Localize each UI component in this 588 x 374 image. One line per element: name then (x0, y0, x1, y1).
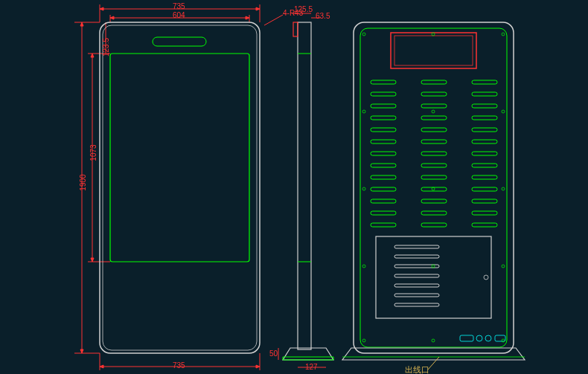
dim-screen-height: 1073 (89, 144, 98, 161)
svg-rect-52 (421, 187, 447, 191)
svg-rect-56 (472, 199, 497, 203)
svg-point-77 (432, 187, 435, 190)
svg-rect-20 (460, 335, 473, 341)
dim-front-inner-width: 604 (173, 11, 185, 19)
svg-point-21 (476, 335, 482, 341)
svg-rect-33 (371, 116, 396, 120)
cable-outlet-label: 出线口 (405, 364, 429, 374)
svg-rect-31 (421, 104, 447, 108)
dim-side-thickness: 125.5 (294, 5, 313, 13)
svg-rect-37 (421, 128, 447, 132)
svg-rect-41 (472, 140, 497, 144)
dim-front-bottom-width: 735 (173, 361, 185, 370)
rear-panel-lock (484, 275, 488, 280)
svg-point-73 (362, 110, 365, 113)
svg-rect-24 (371, 80, 396, 84)
fillet-leader (264, 15, 283, 25)
side-body (298, 22, 311, 349)
svg-point-82 (362, 339, 365, 342)
svg-point-76 (362, 187, 365, 190)
cad-drawing-canvas (0, 0, 588, 374)
svg-rect-27 (371, 92, 396, 96)
cable-outlet-leader (428, 357, 439, 370)
svg-rect-68 (394, 294, 439, 297)
svg-rect-26 (472, 80, 497, 84)
rear-base (342, 348, 525, 360)
front-screen-area (110, 54, 249, 262)
svg-rect-47 (472, 164, 497, 167)
svg-rect-38 (472, 128, 497, 132)
svg-point-72 (502, 33, 505, 36)
dim-side-base-depth: 127 (305, 363, 318, 371)
svg-rect-28 (421, 92, 447, 96)
svg-rect-39 (371, 140, 396, 144)
svg-rect-36 (371, 128, 396, 132)
dim-side-top-offset: 63.5 (316, 12, 330, 20)
svg-rect-34 (421, 116, 447, 120)
dim-side-base-height: 50 (269, 349, 278, 358)
svg-point-78 (502, 187, 505, 190)
svg-rect-66 (394, 274, 439, 277)
dim-top-section: 123.5 (102, 38, 110, 57)
svg-point-79 (362, 265, 365, 268)
svg-rect-44 (472, 152, 497, 155)
svg-rect-63 (394, 245, 439, 248)
svg-rect-59 (472, 211, 497, 215)
svg-point-80 (432, 265, 435, 268)
svg-point-75 (502, 110, 505, 113)
front-speaker-slot (153, 37, 206, 46)
svg-rect-67 (394, 284, 439, 287)
svg-rect-55 (421, 199, 447, 203)
svg-point-83 (432, 339, 435, 342)
svg-rect-53 (472, 187, 497, 191)
rear-cable-ports (460, 335, 505, 341)
svg-rect-32 (472, 104, 497, 108)
svg-rect-57 (371, 211, 396, 215)
side-view (278, 13, 333, 367)
svg-point-22 (485, 335, 491, 341)
svg-rect-49 (421, 175, 447, 179)
svg-rect-51 (371, 187, 396, 191)
svg-rect-50 (472, 175, 497, 179)
svg-rect-42 (371, 152, 396, 155)
svg-rect-58 (421, 211, 447, 215)
side-front-plate (293, 22, 298, 36)
svg-rect-29 (472, 92, 497, 96)
rear-view (342, 22, 525, 370)
dim-front-width: 735 (173, 2, 185, 10)
svg-rect-35 (472, 116, 497, 120)
svg-rect-30 (371, 104, 396, 108)
rear-vent-slots (371, 80, 497, 227)
front-outer-outline (100, 22, 260, 353)
svg-rect-25 (421, 80, 447, 84)
front-view (100, 15, 283, 353)
svg-rect-60 (371, 223, 396, 227)
svg-rect-46 (421, 164, 447, 167)
svg-rect-69 (394, 303, 439, 306)
svg-point-74 (432, 110, 435, 113)
rear-display-cutout (391, 33, 476, 68)
svg-rect-54 (371, 199, 396, 203)
rear-lower-vent-slots (394, 245, 439, 306)
svg-rect-23 (495, 335, 505, 341)
svg-point-81 (502, 265, 505, 268)
dim-front-height: 1900 (79, 174, 87, 190)
svg-rect-43 (421, 152, 447, 155)
rear-display-cutout-inner (394, 36, 473, 65)
front-inner-outline (103, 25, 257, 350)
svg-rect-62 (472, 223, 497, 227)
svg-rect-40 (421, 140, 447, 144)
svg-rect-45 (371, 164, 396, 167)
svg-point-70 (362, 33, 365, 36)
svg-rect-61 (421, 223, 447, 227)
svg-rect-48 (371, 175, 396, 179)
svg-rect-64 (394, 255, 439, 258)
